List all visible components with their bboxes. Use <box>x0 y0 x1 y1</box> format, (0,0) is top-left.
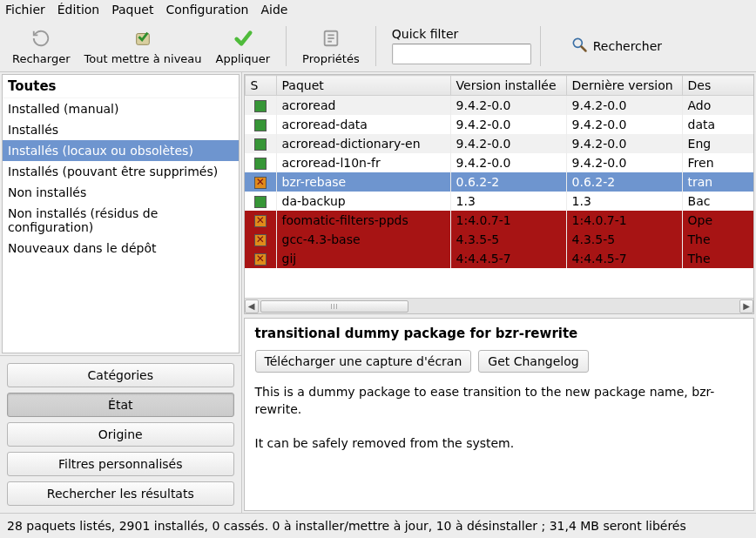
reload-button[interactable]: Recharger <box>5 23 78 70</box>
status-cell[interactable] <box>245 172 276 192</box>
toolbar: Recharger Tout mettre à niveau Appliquer… <box>0 20 756 72</box>
installed-version-cell: 9.4.2-0.0 <box>450 96 566 116</box>
table-row[interactable]: da-backup1.31.3Bac <box>245 192 753 211</box>
scroll-left-arrow[interactable]: ◀ <box>245 299 259 313</box>
installed-version-cell: 4.3.5-5 <box>450 230 566 249</box>
menu-edit[interactable]: Édition <box>57 3 99 17</box>
upgrade-all-label: Tout mettre à niveau <box>84 52 202 65</box>
installed-version-cell: 9.4.2-0.0 <box>450 115 566 134</box>
latest-version-cell: 1.3 <box>566 192 682 211</box>
properties-button[interactable]: Propriétés <box>295 23 367 70</box>
status-cell[interactable] <box>245 249 276 268</box>
package-name-cell: acroread <box>276 96 450 116</box>
quick-filter-input[interactable] <box>392 44 531 64</box>
col-status[interactable]: S <box>245 76 276 96</box>
custom-filters-button[interactable]: Filtres personnalisés <box>7 452 234 476</box>
installed-version-cell: 4:4.4.5-7 <box>450 249 566 268</box>
installed-version-cell: 1.3 <box>450 192 566 211</box>
quick-filter: Quick filter <box>392 27 531 64</box>
menu-help[interactable]: Aide <box>260 3 287 17</box>
toolbar-separator <box>286 26 287 66</box>
latest-version-cell: 9.4.2-0.0 <box>566 96 682 116</box>
scroll-track[interactable] <box>259 300 739 313</box>
package-name-cell: acroread-dictionary-en <box>276 134 450 153</box>
apply-button[interactable]: Appliquer <box>209 23 277 70</box>
origin-button[interactable]: Origine <box>7 422 234 447</box>
latest-version-cell: 4.3.5-5 <box>566 230 682 249</box>
status-installed-icon <box>254 100 267 112</box>
col-latest-version[interactable]: Dernière version <box>566 76 682 96</box>
status-cell[interactable] <box>245 96 276 116</box>
properties-icon <box>321 26 341 50</box>
status-marked-remove-icon <box>254 234 267 246</box>
status-cell[interactable] <box>245 134 276 153</box>
status-cell[interactable] <box>245 115 276 134</box>
scroll-right-arrow[interactable]: ▶ <box>739 299 753 313</box>
category-item[interactable]: Non installés (résidus de configuration) <box>3 203 239 238</box>
category-item[interactable]: Nouveaux dans le dépôt <box>3 238 239 259</box>
latest-version-cell: 0.6.2-2 <box>566 172 682 192</box>
latest-version-cell: 9.4.2-0.0 <box>566 153 682 172</box>
status-installed-icon <box>254 119 267 131</box>
status-cell[interactable] <box>245 230 276 249</box>
description-cell: data <box>682 115 753 134</box>
table-row[interactable]: foomatic-filters-ppds1:4.0.7-11:4.0.7-1O… <box>245 211 753 230</box>
details-pane: transitional dummy package for bzr-rewri… <box>244 318 754 511</box>
table-row[interactable]: bzr-rebase0.6.2-20.6.2-2tran <box>245 172 753 192</box>
state-button[interactable]: État <box>7 393 234 417</box>
description-cell: The <box>682 249 753 268</box>
svg-line-6 <box>581 46 585 50</box>
latest-version-cell: 9.4.2-0.0 <box>566 134 682 153</box>
table-row[interactable]: acroread-l10n-fr9.4.2-0.09.4.2-0.0Fren <box>245 153 753 172</box>
menu-file[interactable]: Fichier <box>5 3 45 17</box>
installed-version-cell: 9.4.2-0.0 <box>450 153 566 172</box>
search-label: Rechercher <box>593 39 662 53</box>
scroll-thumb[interactable] <box>260 300 408 313</box>
get-changelog-button[interactable]: Get Changelog <box>478 350 588 373</box>
package-table: S Paquet Version installée Dernière vers… <box>245 75 753 268</box>
status-cell[interactable] <box>245 211 276 230</box>
left-button-group: Catégories État Origine Filtres personna… <box>0 355 241 513</box>
package-table-viewport[interactable]: S Paquet Version installée Dernière vers… <box>245 75 753 298</box>
description-cell: The <box>682 230 753 249</box>
table-row[interactable]: acroread-data9.4.2-0.09.4.2-0.0data <box>245 115 753 134</box>
table-row[interactable]: gcc-4.3-base4.3.5-54.3.5-5The <box>245 230 753 249</box>
table-row[interactable]: acroread-dictionary-en9.4.2-0.09.4.2-0.0… <box>245 134 753 153</box>
category-item[interactable]: Installés (pouvant être supprimés) <box>3 161 239 182</box>
category-item[interactable]: Installés (locaux ou obsolètes) <box>3 140 239 161</box>
package-name-cell: bzr-rebase <box>276 172 450 192</box>
status-cell[interactable] <box>245 192 276 211</box>
category-item[interactable]: Installés <box>3 119 239 140</box>
horizontal-scrollbar[interactable]: ◀ ▶ <box>245 298 753 313</box>
category-item[interactable]: Installed (manual) <box>3 98 239 119</box>
col-installed-version[interactable]: Version installée <box>450 76 566 96</box>
upgrade-all-button[interactable]: Tout mettre à niveau <box>78 23 209 70</box>
menu-settings[interactable]: Configuration <box>165 3 248 17</box>
right-pane: S Paquet Version installée Dernière vers… <box>242 72 756 513</box>
installed-version-cell: 9.4.2-0.0 <box>450 134 566 153</box>
download-screenshot-button[interactable]: Télécharger une capture d'écran <box>255 350 472 373</box>
categories-button[interactable]: Catégories <box>7 363 234 387</box>
installed-version-cell: 0.6.2-2 <box>450 172 566 192</box>
col-package[interactable]: Paquet <box>276 76 450 96</box>
status-cell[interactable] <box>245 153 276 172</box>
details-body: This is a dummy package to ease transiti… <box>255 383 743 467</box>
reload-label: Recharger <box>12 52 71 65</box>
table-row[interactable]: gij4:4.4.5-74:4.4.5-7The <box>245 249 753 268</box>
status-bar: 28 paquets listés, 2901 installés, 0 cas… <box>0 513 756 538</box>
menu-package[interactable]: Paquet <box>111 3 153 17</box>
package-table-container: S Paquet Version installée Dernière vers… <box>244 74 754 314</box>
menubar: Fichier Édition Paquet Configuration Aid… <box>0 0 756 20</box>
description-cell: Ope <box>682 211 753 230</box>
category-list: Toutes Installed (manual)InstallésInstal… <box>2 74 240 353</box>
table-row[interactable]: acroread9.4.2-0.09.4.2-0.0Ado <box>245 96 753 116</box>
latest-version-cell: 9.4.2-0.0 <box>566 115 682 134</box>
col-description[interactable]: Des <box>682 76 753 96</box>
status-marked-remove-icon <box>254 253 267 266</box>
category-item[interactable]: Non installés <box>3 182 239 203</box>
search-button[interactable]: Rechercher <box>570 36 662 57</box>
search-results-button[interactable]: Rechercher les résultats <box>7 481 234 506</box>
status-installed-icon <box>254 158 267 170</box>
reload-icon <box>31 26 51 50</box>
quick-filter-label: Quick filter <box>392 27 531 41</box>
